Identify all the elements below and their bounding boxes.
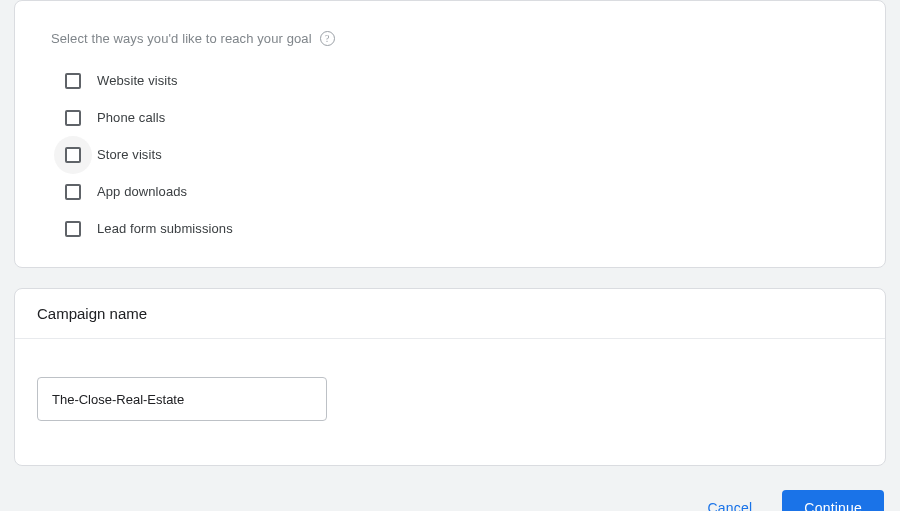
checkbox-label: Website visits [97, 73, 178, 88]
campaign-name-card: Campaign name [14, 288, 886, 466]
continue-button[interactable]: Continue [782, 490, 884, 511]
campaign-name-input[interactable] [37, 377, 327, 421]
checkbox-icon [65, 73, 81, 89]
checkbox-label: Phone calls [97, 110, 165, 125]
goals-header: Select the ways you'd like to reach your… [51, 31, 849, 46]
checkbox-phone-calls[interactable]: Phone calls [65, 101, 849, 134]
checkbox-label: Store visits [97, 147, 162, 162]
campaign-name-title: Campaign name [37, 305, 863, 322]
goals-checkbox-list: Website visits Phone calls Store visits … [51, 64, 849, 245]
campaign-name-body [15, 339, 885, 465]
checkbox-app-downloads[interactable]: App downloads [65, 175, 849, 208]
checkbox-icon [65, 147, 81, 163]
checkbox-icon [65, 184, 81, 200]
checkbox-lead-form-submissions[interactable]: Lead form submissions [65, 212, 849, 245]
goals-title: Select the ways you'd like to reach your… [51, 31, 312, 46]
help-icon[interactable]: ? [320, 31, 335, 46]
checkbox-website-visits[interactable]: Website visits [65, 64, 849, 97]
checkbox-label: App downloads [97, 184, 187, 199]
checkbox-icon [65, 110, 81, 126]
checkbox-store-visits[interactable]: Store visits [65, 138, 849, 171]
footer-actions: Cancel Continue [14, 486, 886, 511]
checkbox-icon [65, 221, 81, 237]
goals-card: Select the ways you'd like to reach your… [14, 0, 886, 268]
cancel-button[interactable]: Cancel [686, 490, 775, 511]
checkbox-label: Lead form submissions [97, 221, 233, 236]
campaign-name-header: Campaign name [15, 289, 885, 339]
